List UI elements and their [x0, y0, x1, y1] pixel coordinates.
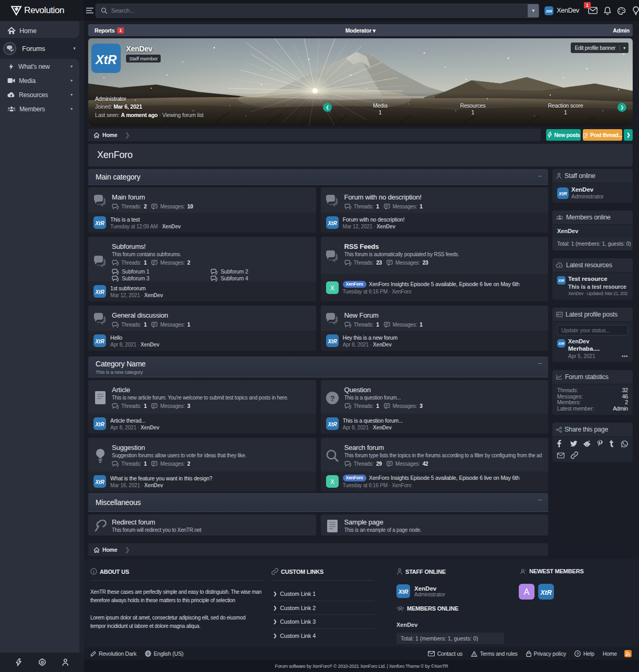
svg-text:A: A [524, 587, 530, 596]
svg-text:XtR: XtR [327, 422, 337, 427]
svg-text:X: X [330, 285, 334, 292]
svg-text:XtR: XtR [398, 589, 408, 595]
svg-text:X: X [330, 478, 334, 486]
svg-text:XtR: XtR [546, 9, 553, 13]
svg-text:XtR: XtR [558, 342, 564, 345]
svg-text:XtR: XtR [540, 589, 552, 596]
svg-text:XtR: XtR [95, 220, 104, 226]
svg-text:?: ? [577, 652, 579, 656]
svg-text:XtR: XtR [95, 422, 104, 427]
svg-text:XtR: XtR [558, 191, 567, 196]
svg-text:XtR: XtR [327, 339, 337, 344]
svg-text:XtR: XtR [95, 479, 104, 485]
svg-text:XtR: XtR [95, 289, 104, 295]
svg-text:XtR: XtR [95, 339, 104, 344]
svg-text:XtR: XtR [558, 279, 564, 282]
svg-text:XtR: XtR [95, 53, 117, 67]
svg-text:?: ? [330, 393, 334, 402]
svg-text:XtR: XtR [327, 220, 337, 226]
